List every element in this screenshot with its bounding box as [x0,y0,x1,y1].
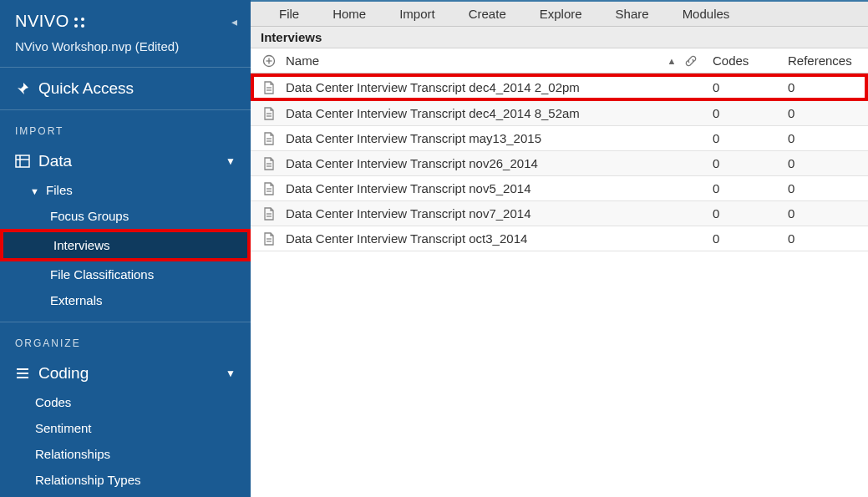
sidebar-item-label: Codes [35,395,71,409]
document-icon [259,182,279,195]
column-header-row: Name ▲ Codes References [251,48,868,74]
column-references[interactable]: References [784,53,860,68]
table-row[interactable]: Data Center Interview Transcript nov26_2… [251,151,868,176]
row-name: Data Center Interview Transcript nov26_2… [279,156,659,170]
menu-label: Import [399,7,435,21]
sidebar-item-focus-groups[interactable]: Focus Groups [0,203,251,229]
group-coding[interactable]: Coding ▼ [0,358,251,389]
table-row[interactable]: Data Center Interview Transcript nov7_20… [251,201,868,226]
row-codes: 0 [709,231,784,246]
sidebar-item-label: Focus Groups [50,209,129,223]
document-icon [259,107,279,120]
row-codes: 0 [709,80,784,94]
data-icon [15,154,30,169]
table-body: Data Center Interview Transcript dec4_20… [251,74,868,251]
row-references: 0 [784,106,860,120]
row-codes: 0 [709,106,784,120]
sidebar-item-label: Sentiment [35,421,92,435]
row-references: 0 [784,181,860,195]
sidebar-item-interviews[interactable]: Interviews [0,229,251,261]
menu-home[interactable]: Home [316,2,383,26]
column-name[interactable]: Name [279,53,659,68]
row-name: Data Center Interview Transcript oct3_20… [279,231,659,246]
sidebar: NVIVO ◂ NVivo Workshop.nvp (Edited) Quic… [0,0,251,497]
quick-access-label: Quick Access [38,79,134,98]
row-references: 0 [784,80,860,94]
column-label: Name [286,53,319,68]
view-title: Interviews [251,27,868,48]
menu-label: Create [469,7,506,21]
document-icon [259,157,279,170]
sidebar-item-label: File Classifications [50,267,154,281]
sidebar-item-label: Externals [50,293,103,307]
menu-label: Share [616,7,649,21]
table-row[interactable]: Data Center Interview Transcript oct3_20… [251,226,868,251]
row-name: Data Center Interview Transcript may13_2… [279,131,659,145]
row-name: Data Center Interview Transcript dec4_20… [279,80,659,94]
sidebar-item-label: Relationships [35,447,110,461]
project-filename: NVivo Workshop.nvp (Edited) [0,36,251,68]
column-label: References [788,53,852,68]
column-label: Codes [713,53,749,68]
menu-import[interactable]: Import [383,2,452,26]
sidebar-item-file-classifications[interactable]: File Classifications [0,261,251,287]
menu-modules[interactable]: Modules [666,2,747,26]
sidebar-sub-files-label: Files [46,183,73,197]
row-references: 0 [784,131,860,145]
app-title: NVIVO [15,12,69,31]
sidebar-item-relationship-types[interactable]: Relationship Types [0,467,251,493]
quick-access[interactable]: Quick Access [0,68,251,110]
main-panel: File Home Import Create Explore Share Mo… [251,0,868,497]
row-references: 0 [784,231,860,246]
row-codes: 0 [709,206,784,221]
document-icon [259,132,279,145]
sidebar-item-label: Relationship Types [35,473,140,487]
table-row[interactable]: Data Center Interview Transcript dec4_20… [251,101,868,126]
row-codes: 0 [709,181,784,195]
row-name: Data Center Interview Transcript nov5_20… [279,181,659,195]
chevron-down-icon: ▼ [226,155,236,167]
table-row[interactable]: Data Center Interview Transcript may13_2… [251,126,868,151]
row-codes: 0 [709,156,784,170]
table-row[interactable]: Data Center Interview Transcript dec4_20… [251,74,868,101]
row-codes: 0 [709,131,784,145]
section-organize: ORGANIZE [0,322,251,358]
coding-icon [15,366,30,381]
sidebar-item-relationships[interactable]: Relationships [0,441,251,467]
row-name: Data Center Interview Transcript dec4_20… [279,106,659,120]
chevron-down-icon: ▼ [30,186,39,196]
menu-label: Explore [540,7,582,21]
menu-create[interactable]: Create [452,2,523,26]
menu-label: File [279,7,299,21]
menu-explore[interactable]: Explore [523,2,599,26]
group-data-label: Data [38,152,72,170]
app-logo: NVIVO [15,12,84,31]
menu-label: Home [332,7,366,21]
sidebar-item-externals[interactable]: Externals [0,287,251,313]
menubar: File Home Import Create Explore Share Mo… [251,2,868,27]
sidebar-collapse-icon[interactable]: ◂ [231,15,237,28]
sidebar-item-sentiment[interactable]: Sentiment [0,415,251,441]
sort-indicator-icon[interactable]: ▲ [659,56,684,66]
menu-file[interactable]: File [262,2,316,26]
chevron-down-icon: ▼ [226,368,236,379]
group-coding-label: Coding [38,364,89,383]
sidebar-item-label: Interviews [53,238,110,252]
logo-dots-icon [73,16,84,28]
row-name: Data Center Interview Transcript nov7_20… [279,206,659,221]
group-data[interactable]: Data ▼ [0,145,251,177]
row-references: 0 [784,206,860,221]
menu-share[interactable]: Share [599,2,666,26]
menu-label: Modules [683,7,730,21]
add-item-icon[interactable] [259,54,279,68]
link-column-icon [684,54,709,68]
pin-icon [15,81,30,96]
sidebar-item-codes[interactable]: Codes [0,389,251,415]
row-references: 0 [784,156,860,170]
document-icon [259,81,279,94]
table-row[interactable]: Data Center Interview Transcript nov5_20… [251,176,868,201]
svg-rect-0 [16,155,29,167]
sidebar-sub-files[interactable]: ▼ Files [0,177,251,203]
document-icon [259,207,279,221]
column-codes[interactable]: Codes [709,53,784,68]
